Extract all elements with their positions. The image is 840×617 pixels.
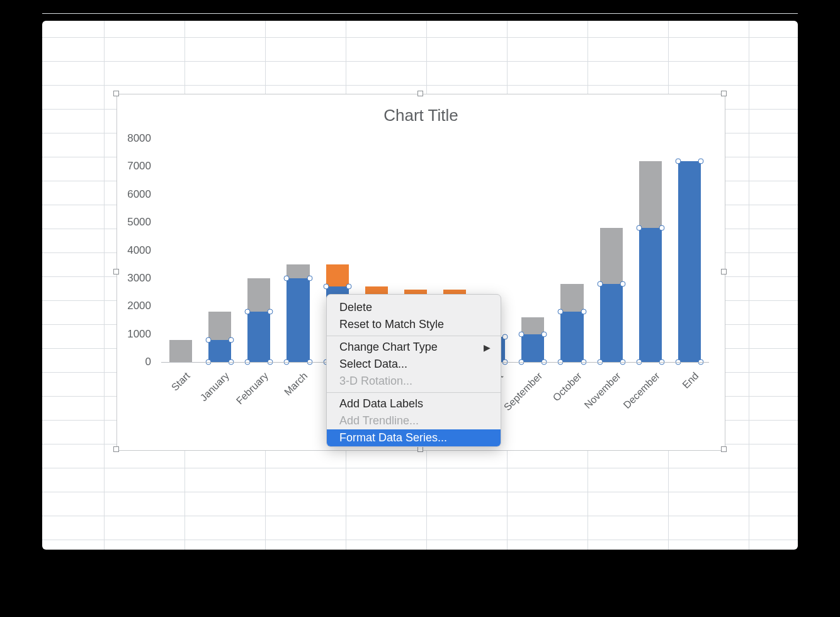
bar-decrease[interactable] — [326, 264, 349, 287]
chart-resize-handle[interactable] — [113, 446, 119, 452]
series-selection-handle[interactable] — [558, 309, 564, 315]
x-tick-label: September — [502, 370, 545, 413]
bar-increase[interactable] — [560, 284, 583, 312]
bar-base[interactable] — [521, 334, 544, 362]
menu-item-format-data-series[interactable]: Format Data Series... — [327, 429, 501, 446]
bar-increase[interactable] — [247, 278, 270, 312]
series-selection-handle[interactable] — [519, 331, 525, 337]
menu-item-add-trendline: Add Trendline... — [327, 412, 501, 429]
x-tick-label: January — [198, 370, 232, 404]
bar-increase[interactable] — [208, 312, 231, 339]
chart-title[interactable]: Chart Title — [117, 106, 725, 125]
spreadsheet-window: Chart Title 0100020003000400050006000700… — [42, 21, 798, 550]
menu-item-label: Add Data Labels — [339, 397, 423, 410]
series-selection-handle[interactable] — [323, 284, 329, 290]
menu-item-label: Reset to Match Style — [339, 318, 444, 331]
y-tick-label: 5000 — [127, 216, 151, 229]
bar-base[interactable] — [678, 161, 701, 363]
x-tick-label: December — [621, 370, 662, 411]
bar-increase[interactable] — [169, 340, 192, 363]
chart-resize-handle[interactable] — [417, 91, 423, 96]
series-selection-handle[interactable] — [620, 281, 625, 286]
series-selection-handle[interactable] — [206, 337, 212, 342]
chart-resize-handle[interactable] — [417, 446, 423, 452]
x-tick-label: October — [550, 370, 584, 404]
y-tick-label: 8000 — [127, 132, 151, 145]
menu-item-change-chart-type[interactable]: Change Chart Type▶ — [327, 339, 501, 356]
series-selection-handle[interactable] — [307, 275, 312, 281]
bar-base[interactable] — [560, 312, 583, 362]
bar-increase[interactable] — [287, 264, 309, 278]
menu-item-label: Change Chart Type — [339, 341, 438, 354]
chart-resize-handle[interactable] — [721, 269, 727, 275]
bar-increase[interactable] — [639, 161, 662, 229]
chart-resize-handle[interactable] — [113, 269, 119, 275]
bar-increase[interactable] — [600, 228, 623, 284]
chart-resize-handle[interactable] — [113, 91, 119, 96]
series-selection-handle[interactable] — [698, 158, 703, 164]
series-selection-handle[interactable] — [346, 284, 351, 290]
bar-base[interactable] — [287, 278, 309, 362]
series-selection-handle[interactable] — [636, 225, 642, 231]
y-tick-label: 3000 — [127, 272, 151, 285]
series-selection-handle[interactable] — [268, 309, 273, 315]
submenu-arrow-icon: ▶ — [484, 342, 491, 353]
menu-item-label: Format Data Series... — [339, 431, 447, 444]
x-tick-label: Start — [169, 370, 193, 393]
series-selection-handle[interactable] — [675, 158, 681, 164]
context-menu[interactable]: DeleteReset to Match Style Change Chart … — [326, 294, 501, 447]
y-tick-label: 4000 — [127, 244, 151, 257]
bar-base[interactable] — [208, 340, 231, 363]
series-selection-handle[interactable] — [597, 281, 603, 286]
menu-item-add-data-labels[interactable]: Add Data Labels — [327, 395, 501, 412]
menu-item-label: Delete — [339, 301, 372, 314]
series-selection-handle[interactable] — [659, 225, 664, 231]
menu-item-label: 3-D Rotation... — [339, 375, 412, 388]
x-tick-label: February — [234, 370, 271, 407]
series-selection-handle[interactable] — [245, 309, 251, 315]
menu-item-label: Add Trendline... — [339, 414, 419, 427]
menu-item-delete[interactable]: Delete — [327, 299, 501, 316]
x-tick-label: End — [681, 370, 701, 391]
menu-item-select-data[interactable]: Select Data... — [327, 356, 501, 373]
series-selection-handle[interactable] — [581, 309, 586, 315]
y-tick-label: 0 — [145, 356, 151, 368]
series-selection-handle[interactable] — [284, 275, 290, 281]
chart-resize-handle[interactable] — [721, 446, 727, 452]
bar-increase[interactable] — [521, 317, 544, 334]
bar-base[interactable] — [247, 312, 270, 362]
menu-separator — [327, 336, 501, 336]
x-tick-label: March — [282, 370, 310, 398]
chart-resize-handle[interactable] — [721, 91, 727, 96]
y-tick-label: 1000 — [127, 328, 151, 341]
series-selection-handle[interactable] — [502, 334, 508, 340]
y-tick-label: 7000 — [127, 160, 151, 173]
menu-item-3-d-rotation: 3-D Rotation... — [327, 373, 501, 390]
series-selection-handle[interactable] — [542, 331, 547, 337]
series-selection-handle[interactable] — [229, 337, 234, 342]
bar-base[interactable] — [639, 228, 662, 362]
y-tick-label: 6000 — [127, 188, 151, 201]
menu-item-reset-to-match-style[interactable]: Reset to Match Style — [327, 316, 501, 333]
menu-separator — [327, 392, 501, 393]
y-axis-ticks: 010002000300040005000600070008000 — [117, 139, 155, 362]
y-tick-label: 2000 — [127, 300, 151, 312]
bar-base[interactable] — [600, 284, 623, 362]
menu-item-label: Select Data... — [339, 358, 407, 371]
x-tick-label: November — [582, 370, 623, 411]
